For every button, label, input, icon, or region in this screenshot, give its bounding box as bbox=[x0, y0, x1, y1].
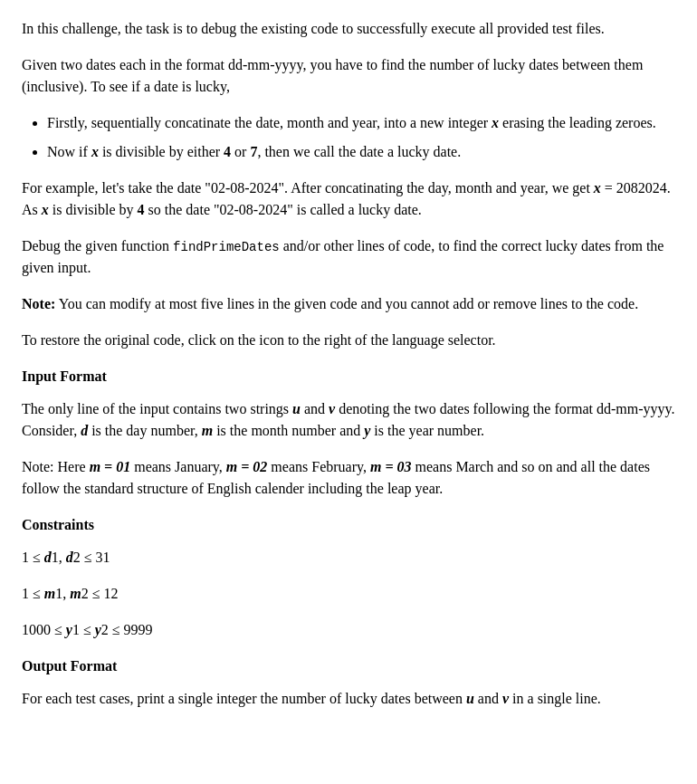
intro-p2: Given two dates each in the format dd-mm… bbox=[22, 54, 675, 98]
bullet2-num1: 4 bbox=[224, 144, 231, 159]
bullet1-suffix: erasing the leading zeroes. bbox=[499, 115, 656, 130]
bullet-item-2: Now if x is divisible by either 4 or 7, … bbox=[47, 141, 675, 163]
p3-end: so the date "02-08-2024" is called a luc… bbox=[145, 202, 422, 217]
note-label: Note: bbox=[22, 296, 55, 311]
p3-num: 4 bbox=[138, 202, 145, 217]
if-p1-mid: and bbox=[301, 401, 329, 416]
if-p2-m3: m = 03 bbox=[370, 459, 412, 474]
constraint-3-text: 1000 ≤ y1 ≤ y2 ≤ 9999 bbox=[22, 622, 153, 637]
p3-var2: x bbox=[42, 202, 49, 217]
constraint-3: 1000 ≤ y1 ≤ y2 ≤ 9999 bbox=[22, 619, 675, 641]
bullet2-end: , then we call the date a lucky date. bbox=[257, 144, 461, 159]
constraint-2-text: 1 ≤ m1, m2 ≤ 12 bbox=[22, 586, 118, 601]
p4-prefix: Debug the given function bbox=[22, 238, 173, 253]
output-format-heading: Output Format bbox=[22, 655, 675, 677]
if-p1-prefix: The only line of the input contains two … bbox=[22, 401, 292, 416]
bullet1-prefix: Firstly, sequentially concatinate the da… bbox=[47, 115, 492, 130]
output-format-p1: For each test cases, print a single inte… bbox=[22, 688, 675, 710]
intro-p1: In this challenge, the task is to debug … bbox=[22, 18, 675, 40]
constraints-heading: Constraints bbox=[22, 514, 675, 536]
note-paragraph: Note: You can modify at most five lines … bbox=[22, 293, 675, 315]
example-paragraph: For example, let's take the date "02-08-… bbox=[22, 177, 675, 221]
bullet2-suffix: is divisible by either bbox=[99, 144, 224, 159]
constraint-1-text: 1 ≤ d1, d2 ≤ 31 bbox=[22, 550, 110, 565]
p3-var: x bbox=[594, 180, 601, 196]
if-p2-mid2: means February, bbox=[267, 459, 370, 474]
p3-prefix: For example, let's take the date "02-08-… bbox=[22, 180, 594, 196]
of-p1-mid: and bbox=[474, 691, 502, 706]
bullet2-mid: or bbox=[231, 144, 250, 159]
restore-paragraph: To restore the original code, click on t… bbox=[22, 330, 675, 351]
input-format-heading: Input Format bbox=[22, 366, 675, 387]
p4-code: findPrimeDates bbox=[173, 240, 280, 254]
if-p1-mid2: is the day number, bbox=[88, 423, 202, 438]
of-p1-u: u bbox=[466, 691, 474, 706]
constraint-1: 1 ≤ d1, d2 ≤ 31 bbox=[22, 547, 675, 569]
bullet1-var: x bbox=[492, 115, 499, 130]
if-p1-m: m bbox=[202, 423, 213, 438]
if-p2-prefix: Note: Here bbox=[22, 459, 90, 474]
bullet2-prefix: Now if bbox=[47, 144, 91, 159]
if-p1-d: d bbox=[81, 423, 88, 438]
if-p2-m1: m = 01 bbox=[90, 459, 131, 474]
if-p2-m2: m = 02 bbox=[226, 459, 268, 474]
constraint-2: 1 ≤ m1, m2 ≤ 12 bbox=[22, 583, 675, 605]
note-text: You can modify at most five lines in the… bbox=[55, 296, 638, 311]
of-p1-prefix: For each test cases, print a single inte… bbox=[22, 691, 466, 706]
if-p1-end: is the year number. bbox=[370, 423, 484, 438]
of-p1-suffix: in a single line. bbox=[509, 691, 601, 706]
p3-suffix: is divisible by bbox=[49, 202, 138, 217]
if-p1-u: u bbox=[292, 401, 301, 416]
bullet-list: Firstly, sequentially concatinate the da… bbox=[22, 112, 675, 163]
input-format-note: Note: Here m = 01 means January, m = 02 … bbox=[22, 456, 675, 500]
bullet2-var: x bbox=[91, 144, 99, 159]
bullet-item-1: Firstly, sequentially concatinate the da… bbox=[47, 112, 675, 134]
debug-paragraph: Debug the given function findPrimeDates … bbox=[22, 235, 675, 279]
if-p2-mid1: means January, bbox=[130, 459, 226, 474]
input-format-p1: The only line of the input contains two … bbox=[22, 398, 675, 442]
if-p1-mid3: is the month number and bbox=[213, 423, 364, 438]
of-p1-v: v bbox=[502, 691, 509, 706]
